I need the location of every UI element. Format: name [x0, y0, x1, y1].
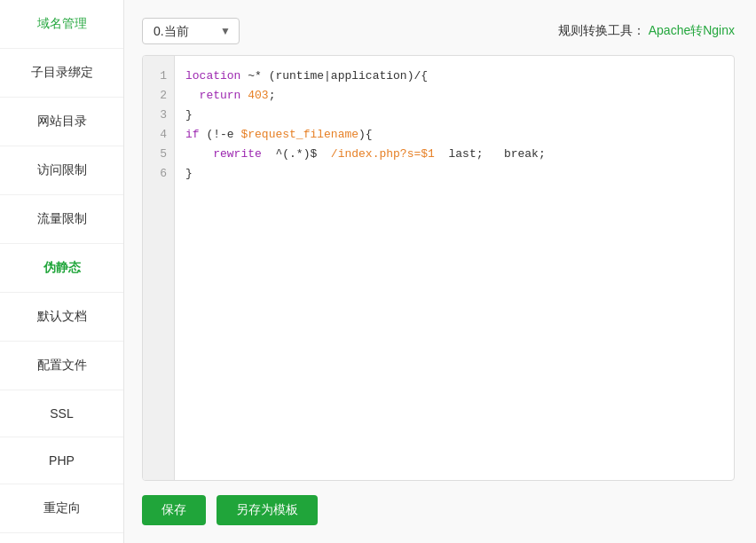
- line-num-1: 1: [143, 67, 174, 86]
- code-line-4: if (!-e $request_filename){: [175, 125, 734, 145]
- line-num-5: 5: [143, 145, 174, 164]
- sidebar-item-config[interactable]: 配置文件: [0, 342, 123, 390]
- sidebar-item-label: 伪静态: [43, 260, 81, 274]
- version-select-wrapper[interactable]: 0.当前 ▼: [142, 18, 240, 44]
- sidebar-item-label: 子目录绑定: [31, 65, 93, 79]
- sidebar-item-label: 默认文档: [37, 309, 87, 323]
- sidebar-item-access[interactable]: 访问限制: [0, 146, 123, 195]
- line-numbers: 1 2 3 4 5 6: [143, 56, 175, 480]
- line-num-6: 6: [143, 164, 174, 184]
- code-line-3: }: [175, 106, 734, 125]
- sidebar-item-ssl[interactable]: SSL: [0, 390, 123, 437]
- sidebar-item-label: 配置文件: [37, 358, 87, 372]
- sidebar-item-reverse-proxy[interactable]: 反向代理: [0, 533, 123, 543]
- sidebar-item-label: 访问限制: [37, 162, 87, 177]
- version-select[interactable]: 0.当前: [142, 18, 240, 44]
- rule-converter-label: 规则转换工具：: [558, 23, 645, 37]
- sidebar-item-label: 域名管理: [37, 16, 87, 30]
- sidebar-item-traffic[interactable]: 流量限制: [0, 195, 123, 244]
- save-button[interactable]: 保存: [142, 495, 206, 525]
- sidebar-item-domain[interactable]: 域名管理: [0, 0, 123, 49]
- rule-converter-link[interactable]: Apache转Nginx: [649, 23, 735, 37]
- top-bar: 0.当前 ▼ 规则转换工具： Apache转Nginx: [142, 18, 735, 44]
- code-line-6: }: [175, 164, 734, 184]
- sidebar-item-label: SSL: [50, 406, 73, 421]
- line-num-4: 4: [143, 125, 174, 145]
- sidebar-item-label: 网站目录: [37, 114, 87, 128]
- sidebar-item-label: PHP: [49, 453, 75, 468]
- sidebar-item-subdir[interactable]: 子目录绑定: [0, 49, 123, 98]
- code-line-1: location ~* (runtime|application)/{: [175, 67, 734, 86]
- line-num-3: 3: [143, 106, 174, 125]
- sidebar-item-redirect[interactable]: 重定向: [0, 484, 123, 533]
- sidebar-item-label: 重定向: [43, 500, 81, 515]
- code-content[interactable]: location ~* (runtime|application)/{ retu…: [175, 56, 734, 480]
- rule-converter-bar: 规则转换工具： Apache转Nginx: [558, 23, 735, 39]
- save-as-template-button[interactable]: 另存为模板: [217, 495, 318, 525]
- sidebar: 域名管理 子目录绑定 网站目录 访问限制 流量限制 伪静态 默认文档 配置文件 …: [0, 0, 124, 543]
- code-line-2: return 403;: [175, 86, 734, 106]
- sidebar-item-default-doc[interactable]: 默认文档: [0, 293, 123, 342]
- main-content: 0.当前 ▼ 规则转换工具： Apache转Nginx 1 2 3 4 5 6 …: [124, 0, 756, 543]
- code-line-5: rewrite ^(.*)$ /index.php?s=$1 last; bre…: [175, 145, 734, 164]
- line-num-2: 2: [143, 86, 174, 106]
- sidebar-item-webdir[interactable]: 网站目录: [0, 98, 123, 146]
- sidebar-item-label: 流量限制: [37, 211, 87, 225]
- bottom-bar: 保存 另存为模板: [142, 495, 735, 525]
- sidebar-item-rewrite[interactable]: 伪静态: [0, 244, 123, 293]
- code-editor[interactable]: 1 2 3 4 5 6 location ~* (runtime|applica…: [142, 55, 735, 481]
- sidebar-item-php[interactable]: PHP: [0, 437, 123, 484]
